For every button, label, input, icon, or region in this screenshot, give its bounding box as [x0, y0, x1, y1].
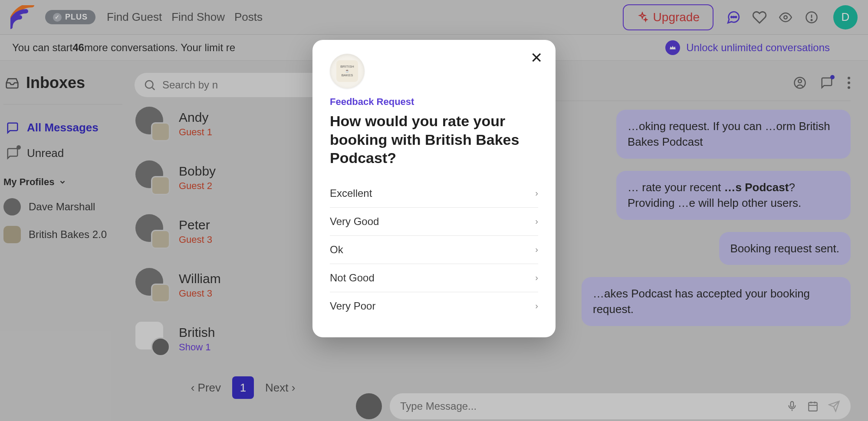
rating-options: Excellent › Very Good › Ok › Not Good › …: [330, 179, 538, 320]
option-label: Very Poor: [330, 300, 375, 312]
option-label: Not Good: [330, 272, 375, 284]
close-icon[interactable]: ✕: [530, 50, 542, 65]
chevron-right-icon: ›: [535, 245, 538, 255]
feedback-modal: ✕ BRITISH ☕ BAKES Feedback Request How w…: [312, 40, 556, 337]
modal-eyebrow: Feedback Request: [330, 96, 538, 108]
option-label: Very Good: [330, 215, 379, 228]
badge-top: BRITISH: [340, 65, 354, 69]
rating-option-excellent[interactable]: Excellent ›: [330, 179, 538, 208]
option-label: Ok: [330, 244, 343, 256]
modal-avatar: BRITISH ☕ BAKES: [330, 54, 365, 88]
chevron-right-icon: ›: [535, 216, 538, 226]
rating-option-very-poor[interactable]: Very Poor ›: [330, 292, 538, 320]
rating-option-ok[interactable]: Ok ›: [330, 236, 538, 264]
modal-title: How would you rate your booking with Bri…: [330, 112, 538, 167]
option-label: Excellent: [330, 187, 372, 199]
chevron-right-icon: ›: [535, 188, 538, 198]
teapot-icon: ☕: [345, 69, 349, 73]
chevron-right-icon: ›: [535, 301, 538, 311]
podcast-badge: BRITISH ☕ BAKES: [336, 60, 358, 82]
rating-option-not-good[interactable]: Not Good ›: [330, 264, 538, 292]
chevron-right-icon: ›: [535, 273, 538, 283]
app-root: ✓ PLUS Find Guest Find Show Posts Upgrad…: [0, 0, 868, 421]
rating-option-very-good[interactable]: Very Good ›: [330, 208, 538, 236]
badge-bottom: BAKES: [342, 74, 353, 77]
modal-scrim[interactable]: ✕ BRITISH ☕ BAKES Feedback Request How w…: [0, 0, 868, 421]
